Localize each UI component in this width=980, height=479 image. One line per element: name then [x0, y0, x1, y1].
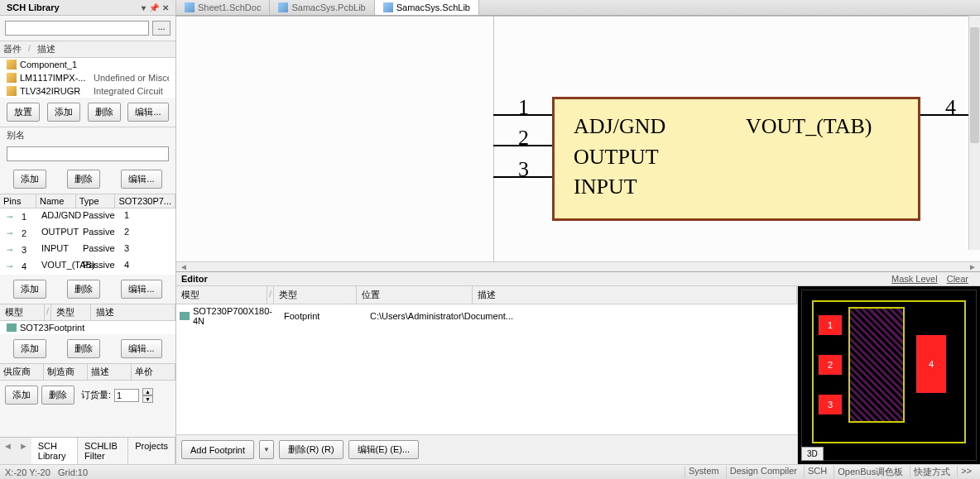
editor-columns: 模型/ 类型 位置 描述 — [176, 286, 797, 304]
col-model[interactable]: 模型 — [0, 304, 45, 320]
vertical-thumb[interactable] — [970, 27, 979, 143]
component-icon — [7, 86, 17, 96]
schematic-canvas[interactable]: 1 ADJ/GND 2 OUTPUT 3 INPUT 4 VOUT_(TAB) — [176, 16, 980, 261]
pin-delete-button[interactable]: 删除 — [67, 280, 100, 299]
tab-scroll-left-icon[interactable]: ◄ — [0, 438, 16, 464]
pin-label: ADJ/GND — [574, 114, 665, 139]
pin-number: 4 — [945, 95, 956, 120]
tab-scroll-right-icon[interactable]: ► — [16, 438, 31, 464]
alias-delete-button[interactable]: 删除 — [67, 170, 100, 189]
tab-schlib-filter[interactable]: SCHLIB Filter — [78, 438, 128, 464]
pin-number: 3 — [518, 157, 529, 182]
delete-button[interactable]: 删除 — [88, 103, 121, 122]
model-delete-button[interactable]: 删除 — [67, 339, 100, 358]
vertical-scrollbar[interactable] — [968, 16, 980, 250]
pin-row[interactable]: ⊸4VOUT_(TAB)Passive4 — [0, 258, 175, 275]
alias-edit-button[interactable]: 编辑... — [121, 170, 161, 189]
component-search-input[interactable] — [5, 21, 149, 36]
col-supdesc[interactable]: 描述 — [88, 364, 132, 380]
page-fold-vertical — [493, 16, 494, 261]
pin-row[interactable]: ⊸1ADJ/GNDPassive1 — [0, 208, 175, 225]
model-add-button[interactable]: 添加 — [13, 339, 46, 358]
component-icon — [7, 73, 17, 83]
edit-button[interactable]: 编辑... — [127, 103, 168, 122]
hscroll-right-icon[interactable]: ► — [968, 262, 977, 271]
sidebar-tabs: ◄ ► SCH Library SCHLIB Filter Projects — [0, 437, 175, 464]
col-package[interactable]: SOT230P7... — [115, 194, 175, 208]
editor-delete-button[interactable]: 删除(R) (R) — [279, 440, 343, 459]
status-shortcuts[interactable]: 快捷方式 — [910, 466, 954, 478]
status-more[interactable]: >> — [957, 466, 975, 478]
pin-row[interactable]: ⊸3INPUTPassive3 — [0, 242, 175, 258]
panel-title: SCH Library — [7, 2, 60, 12]
doc-tab-sheet1[interactable]: Sheet1.SchDoc — [176, 0, 270, 15]
model-name: SOT23Footprint — [20, 323, 84, 333]
mask-level-link[interactable]: Mask Level — [891, 274, 938, 284]
supplier-delete-button[interactable]: 删除 — [41, 386, 74, 405]
pad: 3 — [819, 395, 842, 414]
browse-button[interactable]: ... — [152, 21, 171, 36]
doc-tab-schlib[interactable]: SamacSys.SchLib — [375, 0, 479, 15]
component-row[interactable]: LM1117IMPX-...Undefined or Miscellaneous — [0, 71, 175, 84]
pin-label: INPUT — [574, 175, 637, 199]
qty-down-icon[interactable]: ▼ — [142, 395, 153, 403]
component-row[interactable]: Component_1 — [0, 58, 175, 71]
status-sch[interactable]: SCH — [804, 466, 830, 478]
col-ed-type[interactable]: 类型 — [274, 286, 357, 304]
panel-close-icon[interactable]: ✕ — [162, 3, 169, 12]
col-supplier[interactable]: 供应商 — [0, 364, 44, 380]
pad: 4 — [916, 335, 946, 393]
doc-tab-pcblib[interactable]: SamacSys.PcbLib — [270, 0, 374, 15]
model-edit-button[interactable]: 编辑... — [121, 339, 161, 358]
pins-header: Pins Name Type SOT230P7... — [0, 194, 175, 208]
col-ed-desc[interactable]: 描述 — [473, 286, 797, 304]
component-icon — [7, 60, 17, 69]
view-3d-button[interactable]: 3D — [801, 447, 824, 461]
col-type[interactable]: Type — [76, 194, 116, 208]
status-openbus[interactable]: OpenBus调色板 — [833, 466, 906, 478]
add-footprint-button[interactable]: Add Footprint — [181, 440, 254, 459]
alias-input[interactable] — [7, 146, 169, 161]
alias-add-button[interactable]: 添加 — [13, 170, 46, 189]
col-ed-model[interactable]: 模型 — [176, 286, 267, 304]
status-system[interactable]: System — [685, 466, 723, 478]
pin-row[interactable]: ⊸2OUTPUTPassive2 — [0, 225, 175, 242]
order-qty-input[interactable] — [114, 389, 139, 402]
panel-pin-icon[interactable]: 📌 — [149, 3, 159, 12]
place-button[interactable]: 放置 — [7, 103, 40, 122]
model-row[interactable]: SOT23Footprint — [0, 321, 175, 334]
col-price[interactable]: 单价 — [132, 364, 175, 380]
col-name[interactable]: Name — [36, 194, 76, 208]
footprint-preview[interactable]: 1 2 3 4 3D — [798, 286, 980, 464]
col-ed-location[interactable]: 位置 — [357, 286, 473, 304]
supplier-add-button[interactable]: 添加 — [5, 386, 38, 405]
schlib-icon — [383, 2, 393, 12]
col-component[interactable]: 器件 — [3, 43, 22, 55]
pin-icon: ⊸ — [3, 228, 17, 239]
clear-link[interactable]: Clear — [947, 274, 968, 284]
status-design-compiler[interactable]: Design Compiler — [726, 466, 800, 478]
pin-add-button[interactable]: 添加 — [13, 280, 46, 299]
tab-sch-library[interactable]: SCH Library — [31, 438, 78, 464]
pcblib-icon — [278, 2, 288, 12]
pin-number: 2 — [518, 126, 529, 151]
editor-model-row[interactable]: SOT230P700X180-4N Footprint C:\Users\Adm… — [176, 304, 797, 328]
tab-projects[interactable]: Projects — [128, 438, 175, 464]
col-description[interactable]: 描述 — [37, 43, 55, 55]
editor-panel: Editor Mask Level Clear 模型/ 类型 位置 描述 — [176, 271, 980, 464]
pin-label: VOUT_(TAB) — [746, 114, 872, 139]
col-modeltype[interactable]: 类型 — [51, 304, 91, 320]
component-list: Component_1 LM1117IMPX-...Undefined or M… — [0, 58, 175, 98]
pin-edit-button[interactable]: 编辑... — [121, 280, 161, 299]
editor-edit-button[interactable]: 编辑(E) (E)... — [348, 440, 420, 459]
add-button[interactable]: 添加 — [47, 103, 80, 122]
qty-up-icon[interactable]: ▲ — [142, 388, 153, 395]
col-modeldesc[interactable]: 描述 — [91, 304, 175, 320]
col-pins[interactable]: Pins — [0, 194, 36, 208]
hscroll-left-icon[interactable]: ◄ — [180, 262, 188, 271]
panel-dropdown-icon[interactable]: ▾ — [142, 3, 146, 12]
pin-icon: ⊸ — [3, 211, 17, 223]
col-mfr[interactable]: 制造商 — [44, 364, 88, 380]
component-row[interactable]: TLV342IRUGRIntegrated Circuit — [0, 84, 175, 98]
add-footprint-dropdown[interactable]: ▼ — [259, 440, 274, 459]
